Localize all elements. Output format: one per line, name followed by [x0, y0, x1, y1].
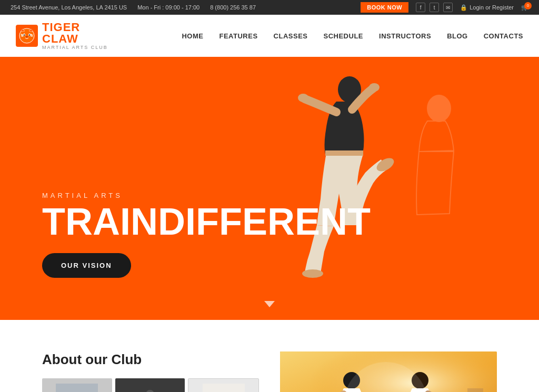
- phone: 8 (800) 256 35 87: [210, 4, 256, 11]
- facebook-label: f: [420, 5, 422, 11]
- svg-marker-20: [264, 301, 275, 307]
- about-images-row: [42, 378, 259, 392]
- hours: Mon - Fri : 09:00 - 17:00: [137, 4, 199, 11]
- about-section: About our Club: [0, 320, 539, 392]
- login-label: Login or Register: [470, 4, 514, 11]
- nav-item-features[interactable]: FEATURES: [219, 32, 257, 40]
- lock-icon: 🔒: [460, 4, 467, 11]
- about-image-2: [115, 378, 185, 392]
- svg-rect-21: [56, 384, 98, 392]
- facebook-icon[interactable]: f: [416, 3, 425, 12]
- tiger-logo-icon: [16, 25, 38, 47]
- svg-point-17: [298, 94, 308, 102]
- cart-count: 0: [524, 2, 532, 9]
- our-vision-button[interactable]: OUR VISION: [42, 253, 131, 278]
- hero-title: TRAINDIFFERENT: [42, 203, 371, 240]
- logo[interactable]: TIGER CLAW Martial Arts Club: [16, 22, 108, 50]
- login-link[interactable]: 🔒 Login or Register: [460, 4, 514, 11]
- about-left-column: About our Club: [42, 351, 259, 392]
- svg-line-10: [31, 36, 33, 36]
- logo-line2: CLAW: [42, 33, 108, 45]
- top-bar-actions: BOOK NOW f t ✉ 🔒 Login or Register 🛒 0: [361, 2, 528, 13]
- hero-kicker-figure: [260, 62, 423, 320]
- twitter-label: t: [434, 5, 435, 11]
- scroll-indicator[interactable]: [264, 300, 275, 309]
- email-label: ✉: [446, 5, 450, 11]
- logo-subtitle: Martial Arts Club: [42, 45, 108, 50]
- chevron-down-icon: [264, 301, 275, 307]
- svg-point-5: [29, 34, 30, 36]
- address: 254 Street Avenue, Los Angeles, LA 2415 …: [11, 4, 127, 11]
- nav-item-schedule[interactable]: SCHEDULE: [324, 32, 364, 40]
- nav-item-contacts[interactable]: CONTACTS: [484, 32, 523, 40]
- hero-title-train: TRAIN: [42, 200, 158, 243]
- top-bar: 254 Street Avenue, Los Angeles, LA 2415 …: [0, 0, 539, 15]
- svg-point-6: [26, 36, 28, 37]
- svg-rect-14: [325, 150, 363, 156]
- karate-students-img: [56, 384, 98, 392]
- tiger-logo-img: [203, 384, 245, 392]
- book-now-button[interactable]: BOOK NOW: [361, 2, 408, 13]
- hero-title-different: DIFFERENT: [158, 200, 371, 243]
- hero-section: MARTIAL ARTS TRAINDIFFERENT OUR VISION: [0, 57, 539, 320]
- hero-subtitle: MARTIAL ARTS: [42, 192, 371, 199]
- svg-point-4: [24, 34, 25, 36]
- email-icon[interactable]: ✉: [443, 3, 453, 12]
- nav-item-classes[interactable]: CLASSES: [274, 32, 308, 40]
- about-title: About our Club: [42, 351, 259, 368]
- svg-rect-51: [467, 388, 483, 392]
- top-bar-info: 254 Street Avenue, Los Angeles, LA 2415 …: [11, 4, 256, 11]
- svg-line-8: [21, 36, 23, 36]
- cart-button[interactable]: 🛒 0: [521, 4, 528, 11]
- nav-item-instructors[interactable]: INSTRUCTORS: [379, 32, 431, 40]
- svg-point-19: [427, 95, 451, 122]
- about-main-image: [280, 351, 497, 392]
- svg-rect-35: [203, 384, 245, 392]
- logo-text: TIGER CLAW Martial Arts Club: [42, 22, 108, 50]
- about-image-1: [42, 378, 112, 392]
- nav-item-home[interactable]: HOME: [182, 32, 203, 40]
- about-image-3: [188, 378, 259, 392]
- hero-content: MARTIAL ARTS TRAINDIFFERENT OUR VISION: [42, 192, 371, 278]
- martial-arts-training-img: [129, 384, 171, 392]
- header: TIGER CLAW Martial Arts Club HOME FEATUR…: [0, 15, 539, 57]
- about-training-photo: [280, 351, 497, 392]
- main-nav: HOME FEATURES CLASSES SCHEDULE INSTRUCTO…: [182, 32, 523, 40]
- social-icons: f t ✉: [416, 3, 453, 12]
- svg-point-18: [369, 83, 380, 92]
- logo-line1: TIGER: [42, 22, 108, 33]
- about-right-column: [280, 351, 497, 392]
- twitter-icon[interactable]: t: [430, 3, 439, 12]
- nav-item-blog[interactable]: BLOG: [447, 32, 468, 40]
